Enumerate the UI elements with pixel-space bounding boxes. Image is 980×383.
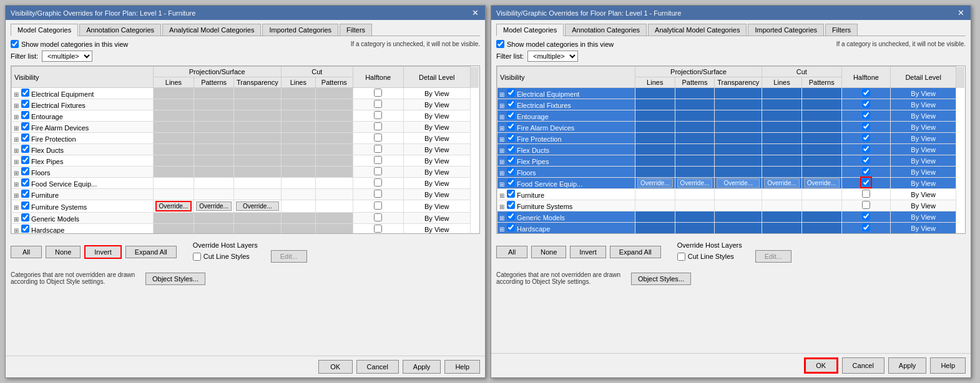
halftone-checkbox[interactable]	[862, 190, 870, 198]
ok-button-right[interactable]: OK	[804, 357, 838, 374]
expand-icon[interactable]: ⊞	[14, 147, 21, 154]
none-button-right[interactable]: None	[531, 246, 566, 258]
expand-icon[interactable]: ⊞	[499, 170, 507, 177]
edit-button-right[interactable]: Edit...	[755, 250, 791, 263]
halftone-checkbox[interactable]	[862, 212, 870, 220]
show-model-categories-label-left[interactable]: Show model categories in this view	[11, 40, 128, 48]
halftone-checkbox[interactable]	[374, 122, 382, 130]
halftone-checkbox[interactable]	[862, 156, 870, 164]
cancel-button-left[interactable]: Cancel	[356, 360, 399, 374]
tab-filters-left[interactable]: Filters	[340, 24, 372, 36]
expand-icon[interactable]: ⊞	[14, 158, 21, 165]
cut-line-styles-checkbox-left[interactable]	[193, 253, 201, 261]
expand-icon[interactable]: ⊞	[499, 147, 507, 154]
override-cut-patterns-button-right[interactable]: Override...	[804, 178, 840, 188]
expand-icon[interactable]: ⊞	[499, 192, 507, 199]
halftone-checkbox[interactable]	[374, 167, 382, 175]
filter-select-right[interactable]: <multiple>	[527, 51, 578, 62]
halftone-checkbox[interactable]	[862, 122, 870, 130]
row-checkbox[interactable]	[507, 100, 515, 108]
expand-icon[interactable]: ⊞	[499, 102, 507, 109]
ok-button-left[interactable]: OK	[318, 360, 353, 374]
row-checkbox[interactable]	[507, 89, 515, 97]
tab-analytical-left[interactable]: Analytical Model Categories	[162, 24, 261, 36]
expand-icon[interactable]: ⊞	[14, 91, 21, 98]
tab-analytical-right[interactable]: Analytical Model Categories	[648, 24, 747, 36]
expand-icon[interactable]: ⊞	[499, 226, 507, 233]
show-model-categories-checkbox-left[interactable]	[11, 40, 19, 48]
row-checkbox[interactable]	[21, 145, 29, 153]
override-lines-button-right[interactable]: Override...	[637, 178, 673, 188]
object-styles-button-left[interactable]: Object Styles...	[145, 273, 205, 285]
override-transparency-button-right[interactable]: Override...	[717, 178, 760, 188]
row-checkbox[interactable]	[21, 190, 29, 198]
show-model-categories-checkbox-right[interactable]	[496, 40, 504, 48]
cancel-button-right[interactable]: Cancel	[842, 357, 884, 374]
row-checkbox[interactable]	[21, 100, 29, 108]
apply-button-right[interactable]: Apply	[888, 357, 927, 374]
apply-button-left[interactable]: Apply	[403, 360, 441, 374]
expand-icon[interactable]: ⊞	[14, 216, 21, 223]
none-button-left[interactable]: None	[46, 246, 81, 258]
close-button-right[interactable]: ✕	[956, 8, 966, 17]
help-button-right[interactable]: Help	[930, 357, 966, 374]
override-patterns-button[interactable]: Override...	[196, 201, 232, 211]
tab-model-categories-left[interactable]: Model Categories	[11, 24, 78, 36]
all-button-left[interactable]: All	[11, 246, 42, 258]
help-button-left[interactable]: Help	[444, 360, 480, 374]
row-checkbox[interactable]	[21, 89, 29, 97]
expand-icon[interactable]: ⊞	[499, 91, 507, 98]
row-checkbox[interactable]	[507, 212, 515, 220]
halftone-checkbox[interactable]	[862, 100, 870, 108]
expand-icon[interactable]: ⊞	[499, 181, 507, 188]
halftone-checkbox[interactable]	[374, 133, 382, 142]
expand-all-button-right[interactable]: Expand All	[610, 246, 661, 258]
expand-icon[interactable]: ⊞	[14, 227, 21, 234]
expand-icon[interactable]: ⊞	[499, 203, 507, 210]
halftone-checkbox-highlighted[interactable]	[862, 178, 870, 187]
expand-icon[interactable]: ⊞	[499, 114, 507, 120]
filter-select-left[interactable]: <multiple>	[42, 51, 92, 62]
halftone-checkbox[interactable]	[374, 156, 382, 164]
edit-button-left[interactable]: Edit...	[271, 250, 307, 263]
override-transparency-button[interactable]: Override...	[236, 201, 279, 211]
object-styles-button-right[interactable]: Object Styles...	[631, 273, 691, 285]
expand-icon[interactable]: ⊞	[499, 125, 507, 132]
row-checkbox[interactable]	[507, 156, 515, 164]
tab-annotation-right[interactable]: Annotation Categories	[565, 24, 647, 36]
expand-icon[interactable]: ⊞	[14, 204, 21, 211]
override-patterns-button-right[interactable]: Override...	[677, 178, 713, 188]
row-checkbox[interactable]	[507, 145, 515, 153]
override-cut-lines-button-right[interactable]: Override...	[764, 178, 800, 188]
all-button-right[interactable]: All	[496, 246, 527, 258]
halftone-checkbox[interactable]	[862, 167, 870, 175]
expand-icon[interactable]: ⊞	[499, 215, 507, 221]
cut-line-styles-checkbox-right[interactable]	[677, 253, 685, 261]
halftone-checkbox[interactable]	[374, 145, 382, 153]
expand-icon[interactable]: ⊞	[14, 192, 21, 199]
row-checkbox[interactable]	[21, 156, 29, 164]
show-model-categories-label-right[interactable]: Show model categories in this view	[496, 40, 614, 48]
halftone-checkbox[interactable]	[862, 201, 870, 209]
tab-annotation-left[interactable]: Annotation Categories	[79, 24, 161, 36]
row-checkbox[interactable]	[507, 190, 515, 198]
row-checkbox[interactable]	[507, 201, 515, 209]
halftone-checkbox[interactable]	[374, 100, 382, 108]
halftone-checkbox[interactable]	[862, 223, 870, 231]
row-checkbox[interactable]	[21, 167, 29, 175]
halftone-checkbox[interactable]	[374, 225, 382, 233]
halftone-checkbox[interactable]	[374, 190, 382, 198]
row-checkbox[interactable]	[21, 122, 29, 130]
halftone-checkbox[interactable]	[374, 178, 382, 187]
halftone-checkbox[interactable]	[374, 213, 382, 221]
tab-imported-left[interactable]: Imported Categories	[262, 24, 338, 36]
expand-icon[interactable]: ⊞	[14, 114, 21, 120]
halftone-checkbox[interactable]	[862, 89, 870, 97]
row-checkbox[interactable]	[21, 201, 29, 210]
expand-all-button-left[interactable]: Expand All	[125, 246, 177, 258]
halftone-checkbox[interactable]	[374, 111, 382, 119]
close-button-left[interactable]: ✕	[471, 8, 480, 17]
expand-icon[interactable]: ⊞	[14, 136, 21, 143]
row-checkbox[interactable]	[21, 178, 29, 187]
expand-icon[interactable]: ⊞	[499, 158, 507, 165]
